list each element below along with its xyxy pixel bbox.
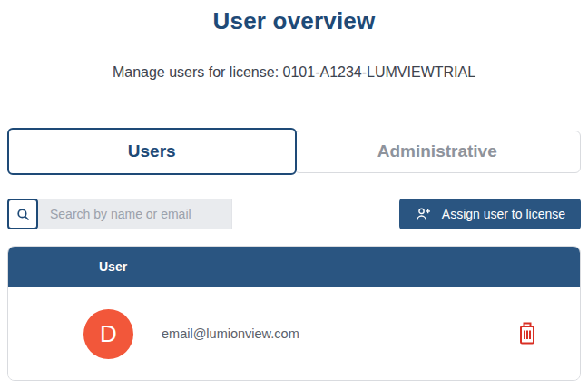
- tab-users-label: Users: [128, 141, 176, 161]
- delete-user-button[interactable]: [518, 322, 536, 345]
- assign-user-button-label: Assign user to license: [442, 207, 565, 221]
- toolbar: Assign user to license: [7, 199, 581, 229]
- search-input[interactable]: [38, 199, 232, 229]
- magnifier-icon: [15, 207, 31, 222]
- user-email: email@lumionview.com: [162, 326, 299, 341]
- trash-icon: [518, 322, 536, 345]
- avatar-initial: D: [100, 320, 117, 348]
- users-table: User D email@lumionview.com: [7, 246, 581, 381]
- tab-administrative-label: Administrative: [377, 141, 497, 161]
- assign-user-button[interactable]: Assign user to license: [399, 199, 581, 229]
- table-header-row: User: [7, 246, 581, 287]
- page-title: User overview: [0, 7, 588, 34]
- tab-administrative[interactable]: Administrative: [294, 131, 582, 173]
- tab-bar: Users Administrative: [7, 128, 581, 175]
- table-row: D email@lumionview.com: [8, 287, 580, 380]
- person-plus-icon: [415, 206, 432, 223]
- table-header-user: User: [99, 259, 127, 274]
- license-subtitle: Manage users for license: 0101-A1234-LUM…: [0, 63, 588, 82]
- tab-users[interactable]: Users: [7, 128, 297, 175]
- avatar: D: [83, 309, 133, 359]
- user-overview-page: User overview Manage users for license: …: [0, 7, 588, 389]
- search-button[interactable]: [7, 199, 38, 229]
